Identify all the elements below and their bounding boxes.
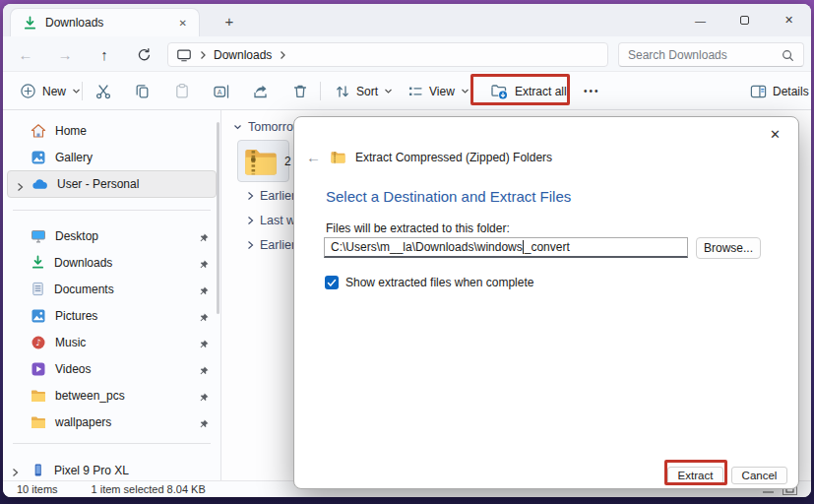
group-header-tomorrow[interactable]: Tomorrow (233, 120, 302, 134)
chevron-right-icon (12, 465, 19, 478)
details-pane-icon (750, 84, 767, 99)
forward-button[interactable]: → (52, 42, 78, 66)
tab-title: Downloads (45, 16, 167, 30)
share-button[interactable] (245, 78, 277, 104)
sidebar-item-label: Pictures (55, 309, 97, 323)
cancel-button[interactable]: Cancel (731, 467, 787, 484)
sidebar-item-pixel-9-pro-xl[interactable]: Pixel 9 Pro XL (3, 457, 220, 480)
downloads-icon (31, 255, 45, 270)
desktop-icon (31, 228, 46, 244)
monitor-icon (176, 47, 192, 63)
command-toolbar: New A Sort View (3, 72, 811, 110)
dialog-close-icon[interactable]: ✕ (766, 125, 784, 144)
dialog-heading: Select a Destination and Extract Files (326, 188, 571, 205)
sidebar-item-label: Pixel 9 Pro XL (54, 464, 129, 477)
details-button[interactable]: Details (743, 78, 811, 104)
destination-label: Files will be extracted to this folder: (326, 221, 510, 235)
pin-icon (199, 284, 210, 297)
download-icon (23, 15, 37, 30)
svg-text:♪: ♪ (35, 338, 41, 347)
checkmark-icon (327, 279, 337, 287)
search-input[interactable]: Search Downloads (618, 42, 804, 67)
chevron-down-icon (384, 88, 393, 94)
chevron-down-icon (461, 88, 470, 94)
phone-icon (31, 463, 45, 477)
sidebar-divider (13, 443, 211, 444)
videos-icon (31, 361, 46, 377)
sidebar-item-downloads[interactable]: Downloads (3, 249, 220, 276)
pictures-icon (31, 308, 46, 324)
annotation-box-extract-all (470, 74, 570, 105)
chevron-right-icon (247, 240, 254, 250)
sidebar-item-home[interactable]: Home (3, 117, 220, 144)
sidebar-item-label: wallpapers (55, 415, 111, 429)
sidebar-item-label: Documents (54, 283, 114, 296)
sort-label: Sort (356, 85, 378, 98)
back-button[interactable]: ← (13, 42, 38, 66)
checkbox-checked-icon[interactable] (325, 276, 339, 289)
paste-button[interactable] (166, 78, 198, 104)
sidebar-item-gallery[interactable]: Gallery (3, 144, 220, 170)
search-placeholder: Search Downloads (628, 48, 782, 62)
delete-button[interactable] (284, 78, 316, 104)
up-button[interactable]: ↑ (92, 42, 117, 66)
pin-icon (199, 416, 210, 430)
new-button[interactable]: New (13, 78, 88, 104)
sidebar-item-user-personal[interactable]: User - Personal (7, 170, 217, 198)
sidebar-scrollbar[interactable] (217, 122, 219, 314)
svg-text:A: A (218, 88, 222, 94)
more-options-button[interactable]: ••• (577, 78, 607, 104)
maximize-button[interactable] (722, 4, 767, 36)
selection-info: 1 item selected 8.04 KB (92, 483, 206, 495)
sort-button[interactable]: Sort (328, 78, 400, 104)
navigation-bar: ← → ↑ Downloads Search Downloads (3, 36, 811, 72)
rename-button[interactable]: A (206, 78, 237, 104)
copy-button[interactable] (127, 78, 158, 104)
file-name-fragment: 2 (284, 155, 291, 168)
tab-downloads[interactable]: Downloads ✕ (10, 8, 200, 36)
navigation-pane: Home Gallery User - Personal Desktop Dow… (3, 110, 221, 480)
clipboard-icon (173, 83, 191, 100)
view-button[interactable]: View (401, 78, 476, 104)
address-bar[interactable]: Downloads (167, 42, 608, 67)
scissors-icon (94, 83, 112, 100)
browse-button[interactable]: Browse... (696, 237, 761, 259)
destination-path-input[interactable]: C:\Users\m__la\Downloads\windows_convert (324, 237, 688, 258)
show-files-checkbox-row[interactable]: Show extracted files when complete (325, 276, 533, 289)
sidebar-item-videos[interactable]: Videos (3, 355, 220, 382)
sidebar-item-music[interactable]: ♪ Music (3, 329, 220, 355)
breadcrumb-downloads[interactable]: Downloads (214, 48, 272, 62)
new-label: New (42, 85, 66, 98)
copy-icon (134, 83, 152, 100)
sidebar-item-label: Music (55, 336, 86, 349)
sidebar-item-between-pcs[interactable]: between_pcs (3, 382, 220, 409)
sidebar-item-wallpapers[interactable]: wallpapers (3, 409, 220, 435)
sidebar-item-label: Desktop (55, 229, 98, 243)
sidebar-item-label: Downloads (54, 256, 112, 270)
window-controls: — ✕ (678, 4, 811, 36)
chevron-right-icon (17, 179, 24, 193)
sidebar-item-documents[interactable]: Documents (3, 276, 220, 302)
maximize-icon (740, 16, 749, 25)
path-text-after-caret: _convert (525, 240, 570, 254)
zip-file-tile[interactable]: 2 (237, 140, 289, 182)
extract-dialog: ✕ ← Extract Compressed (Zipped) Folders … (293, 116, 799, 489)
sidebar-item-pictures[interactable]: Pictures (3, 302, 220, 329)
sidebar-item-label: Gallery (55, 151, 93, 164)
refresh-button[interactable] (131, 42, 157, 66)
new-tab-button[interactable]: + (218, 10, 241, 33)
pin-icon (199, 310, 210, 324)
view-label: View (429, 85, 455, 98)
dialog-back-icon[interactable]: ← (306, 149, 321, 165)
pin-icon (199, 257, 210, 271)
cut-button[interactable] (88, 78, 119, 104)
sidebar-item-desktop[interactable]: Desktop (3, 222, 220, 249)
minimize-button[interactable]: — (678, 4, 722, 36)
folder-icon (31, 414, 46, 430)
close-button[interactable]: ✕ (767, 4, 811, 36)
path-text-before-caret: C:\Users\m__la\Downloads\windows (331, 240, 523, 254)
zip-folder-icon (330, 150, 346, 164)
chevron-down-icon (233, 124, 242, 131)
checkbox-label: Show extracted files when complete (345, 276, 533, 289)
tab-close-icon[interactable]: ✕ (175, 16, 191, 31)
